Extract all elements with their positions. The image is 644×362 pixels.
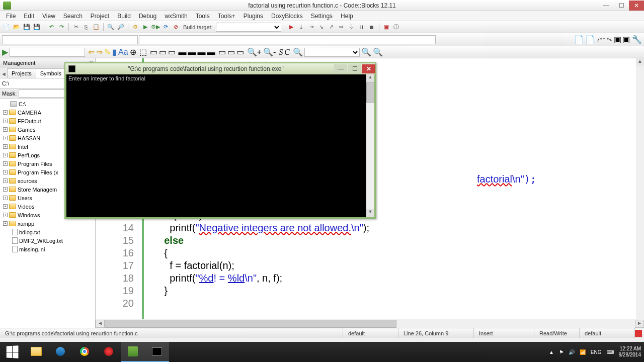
console-output[interactable]: Enter an integer to find factorial bbox=[66, 74, 374, 217]
doxy-icon2[interactable]: 📄 bbox=[585, 35, 595, 44]
tab-prev-icon[interactable]: ◄ bbox=[0, 70, 7, 78]
redo-icon[interactable]: ↷ bbox=[57, 23, 66, 32]
jump-icon[interactable]: ▶ bbox=[2, 47, 8, 57]
console-vscroll[interactable]: ▲ ▼ bbox=[366, 74, 374, 217]
maximize-button[interactable]: ☐ bbox=[614, 1, 629, 11]
menu-tools[interactable]: Tools bbox=[192, 13, 214, 20]
expand-icon[interactable]: + bbox=[3, 196, 8, 200]
toggle-icon[interactable]: ⊕ bbox=[130, 47, 136, 57]
tray-clock[interactable]: 12:22 AM 9/28/2014 bbox=[619, 346, 641, 358]
debug-windows-icon[interactable]: ▣ bbox=[382, 23, 391, 32]
undo-icon[interactable]: ↶ bbox=[47, 23, 56, 32]
expand-icon[interactable]: + bbox=[3, 204, 8, 209]
menu-build[interactable]: Build bbox=[113, 13, 135, 20]
task-console[interactable] bbox=[145, 342, 169, 362]
tray-lang[interactable]: ENG bbox=[591, 349, 602, 355]
console-titlebar[interactable]: "G:\c programs code\factorial using recu… bbox=[65, 63, 375, 74]
doxy-config-icon[interactable]: 🔧 bbox=[632, 35, 642, 44]
console-maximize-button[interactable]: ☐ bbox=[348, 64, 361, 73]
menu-edit[interactable]: Edit bbox=[20, 13, 38, 20]
run-icon[interactable]: ▶ bbox=[141, 23, 150, 32]
menu-view[interactable]: View bbox=[38, 13, 59, 20]
tab-projects[interactable]: Projects bbox=[7, 68, 36, 78]
menu-search[interactable]: Search bbox=[59, 13, 87, 20]
toggle-case-icon[interactable]: Aa bbox=[118, 48, 128, 57]
comment-block-icon[interactable]: /** bbox=[597, 37, 605, 42]
menu-project[interactable]: Project bbox=[87, 13, 113, 20]
tray-up-icon[interactable]: ▲ bbox=[549, 349, 554, 355]
tray-volume-icon[interactable]: 🔊 bbox=[569, 349, 575, 355]
console-scroll-up-icon[interactable]: ▲ bbox=[366, 74, 374, 82]
cont1-icon[interactable]: ▭ bbox=[218, 47, 226, 57]
cont2-icon[interactable]: ▭ bbox=[227, 47, 235, 57]
box2-icon[interactable]: ▭ bbox=[159, 47, 167, 57]
start-button[interactable] bbox=[0, 342, 24, 362]
zoom-in-icon[interactable]: 🔍+ bbox=[247, 47, 262, 57]
task-chrome[interactable] bbox=[72, 342, 97, 362]
save-all-icon[interactable]: 💾 bbox=[32, 23, 41, 32]
scroll-up-icon[interactable]: ▲ bbox=[636, 58, 644, 66]
scope-combo[interactable] bbox=[2, 35, 138, 44]
search-opts-icon[interactable]: 🔍 bbox=[361, 47, 371, 57]
expand-icon[interactable]: + bbox=[3, 213, 8, 217]
forward-icon[interactable]: ⇒ bbox=[96, 47, 103, 57]
menu-settings[interactable]: Settings bbox=[307, 13, 337, 20]
select-icon[interactable]: ⬚ bbox=[139, 47, 147, 57]
step-instr-icon[interactable]: ⇩ bbox=[347, 23, 356, 32]
console-scroll-thumb[interactable] bbox=[366, 82, 374, 103]
step-into-icon[interactable]: ↘ bbox=[317, 23, 326, 32]
menu-debug[interactable]: Debug bbox=[135, 13, 160, 20]
tree-file[interactable]: bdlog.txt bbox=[0, 228, 95, 236]
zoom-out-icon[interactable]: 🔍- bbox=[263, 47, 276, 57]
build-icon[interactable]: ⚙ bbox=[131, 23, 140, 32]
tab-symbols[interactable]: Symbols bbox=[36, 68, 66, 78]
cut-icon[interactable]: ✂ bbox=[71, 23, 80, 32]
block2-icon[interactable]: ▬ bbox=[188, 48, 196, 57]
task-recorder[interactable] bbox=[97, 342, 121, 362]
rebuild-icon[interactable]: ⟳ bbox=[161, 23, 170, 32]
scroll-thumb[interactable] bbox=[105, 320, 396, 328]
expand-icon[interactable]: + bbox=[3, 110, 8, 115]
c-icon[interactable]: C bbox=[284, 48, 290, 57]
cont3-icon[interactable]: ▭ bbox=[236, 47, 244, 57]
task-virtualbox[interactable] bbox=[48, 342, 72, 362]
tray-network-icon[interactable]: 📶 bbox=[580, 349, 586, 355]
next-instr-icon[interactable]: ⇨ bbox=[337, 23, 346, 32]
open-file-icon[interactable]: 📂 bbox=[12, 23, 21, 32]
block1-icon[interactable]: ▬ bbox=[179, 48, 187, 57]
stop-debug-icon[interactable]: ⏹ bbox=[367, 23, 376, 32]
doxy-icon[interactable]: 📄 bbox=[574, 35, 584, 44]
console-close-button[interactable]: ✕ bbox=[362, 64, 375, 73]
s-icon[interactable]: S bbox=[279, 48, 283, 57]
expand-icon[interactable]: + bbox=[3, 119, 8, 123]
expand-icon[interactable]: + bbox=[3, 144, 8, 149]
console-minimize-button[interactable]: — bbox=[334, 64, 347, 73]
menu-wxsmith[interactable]: wxSmith bbox=[160, 13, 191, 20]
doxy-chm-icon[interactable]: ▣ bbox=[622, 35, 630, 44]
tree-file[interactable]: missing.ini bbox=[0, 245, 95, 253]
highlight-icon[interactable]: ✎ bbox=[104, 47, 111, 57]
find-icon[interactable]: 🔍 bbox=[106, 23, 115, 32]
console-window[interactable]: "G:\c programs code\factorial using recu… bbox=[64, 62, 376, 219]
scroll-left-icon[interactable]: ◄ bbox=[96, 320, 105, 328]
search-go-icon[interactable]: 🔍 bbox=[373, 47, 383, 57]
comment-line-icon[interactable]: *< bbox=[606, 37, 612, 42]
symbol-combo[interactable] bbox=[139, 35, 436, 44]
abort-icon[interactable]: ⊘ bbox=[171, 23, 180, 32]
build-target-combo[interactable] bbox=[216, 23, 281, 32]
expand-icon[interactable]: + bbox=[3, 161, 8, 166]
expand-icon[interactable]: + bbox=[3, 221, 8, 226]
save-icon[interactable]: 💾 bbox=[22, 23, 31, 32]
copy-icon[interactable]: ⎘ bbox=[82, 23, 91, 32]
tree-folder[interactable]: +xampp bbox=[0, 219, 95, 228]
build-run-icon[interactable]: ⚙▶ bbox=[151, 23, 160, 32]
editor-hscroll[interactable]: ◄ ► bbox=[96, 319, 644, 328]
close-button[interactable]: ✕ bbox=[629, 1, 644, 11]
box1-icon[interactable]: ▭ bbox=[150, 47, 157, 57]
menu-toolsplus[interactable]: Tools+ bbox=[214, 13, 239, 20]
task-codeblocks[interactable] bbox=[121, 342, 145, 362]
next-line-icon[interactable]: ⇥ bbox=[307, 23, 316, 32]
expand-icon[interactable]: + bbox=[3, 178, 8, 183]
box3-icon[interactable]: ▭ bbox=[168, 47, 176, 57]
search-combo[interactable] bbox=[304, 48, 360, 57]
